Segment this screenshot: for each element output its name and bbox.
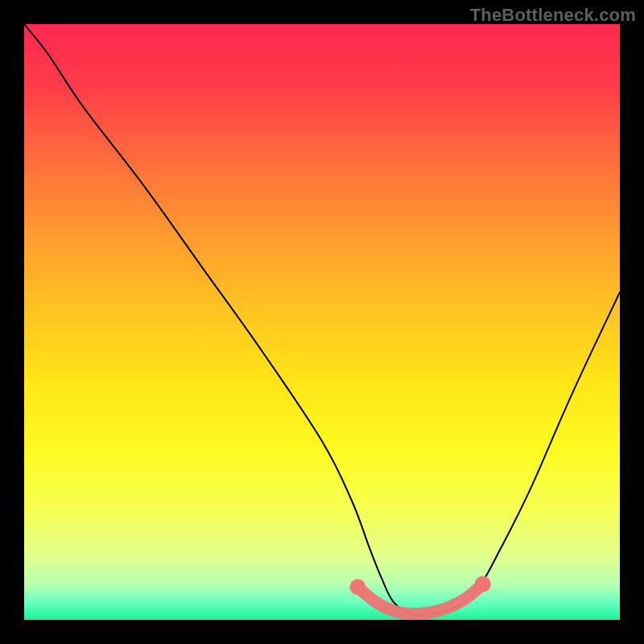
bottleneck-chart — [24, 24, 620, 620]
svg-point-0 — [349, 579, 365, 595]
attribution-label: TheBottleneck.com — [470, 5, 636, 26]
svg-point-1 — [475, 576, 491, 592]
chart-background — [24, 24, 620, 620]
